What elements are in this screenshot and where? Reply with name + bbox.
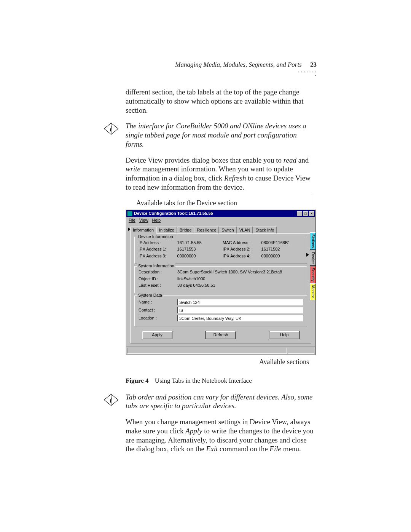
continuation-paragraph: different section, the tab labels at the… — [126, 88, 315, 115]
tab-row: Information Initialize Bridge Resilience… — [130, 226, 311, 233]
titlebar[interactable]: Device Configuration Tool::161.71.55.55 … — [126, 210, 315, 217]
info-icon: i — [103, 393, 119, 406]
tab-vlan[interactable]: VLAN — [237, 227, 253, 234]
reset-value: 38 days 04:56:58.51 — [177, 283, 303, 288]
ipx1-label: IPX Address 1: — [139, 247, 174, 252]
location-input[interactable]: 3Com Center, Boundary Way, UK — [177, 315, 303, 321]
tab-stack-info[interactable]: Stack Info — [253, 227, 277, 234]
desc-value: 3Com SuperStackII Switch 1000, SW Versio… — [177, 270, 303, 275]
desc-label: Description : — [139, 270, 174, 275]
ipx4-value: 00000000 — [261, 254, 303, 259]
system-info-group: System Information Description : 3Com Su… — [134, 266, 307, 293]
callout-leader-sections — [313, 194, 313, 338]
system-data-group: System Data Name : Switch 124 Contact : … — [134, 296, 307, 326]
menubar: File View Help — [126, 217, 315, 224]
location-label: Location : — [139, 316, 174, 321]
contact-label: Contact : — [139, 308, 174, 313]
tab-resilience[interactable]: Resilience — [194, 227, 219, 234]
device-info-legend: Device Information — [137, 234, 174, 240]
tab-switch[interactable]: Switch — [219, 227, 236, 234]
mac-label: MAC Address : — [223, 240, 258, 246]
available-tabs-caption: Available tabs for the Device section — [136, 199, 315, 208]
status-cell — [127, 348, 287, 354]
ipx2-value: 16171502 — [261, 247, 303, 252]
ipx3-label: IPX Address 3: — [139, 254, 174, 259]
info-icon: i — [103, 122, 119, 135]
ipx3-value: 00000000 — [177, 254, 219, 259]
ip-label: IP Address : — [139, 240, 174, 246]
apply-button[interactable]: Apply — [142, 331, 172, 339]
callout-leader-tabs — [148, 173, 148, 189]
status-bar — [126, 347, 315, 355]
menu-help[interactable]: Help — [152, 218, 161, 223]
tab-panel: Device Information IP Address : 161.71.5… — [130, 233, 311, 343]
system-data-legend: System Data — [137, 293, 163, 298]
svg-text:i: i — [110, 396, 112, 404]
app-icon — [127, 211, 132, 216]
status-cell-small — [288, 348, 314, 354]
svg-text:i: i — [110, 125, 112, 133]
dotted-rule: • • • • • • • • — [298, 70, 317, 73]
ipx2-label: IPX Address 2: — [223, 247, 258, 252]
tab-information[interactable]: Information — [130, 227, 156, 234]
reset-label: Last Reset : — [139, 283, 174, 288]
ip-value: 161.71.55.55 — [177, 240, 219, 246]
available-sections-caption: Available sections — [126, 358, 309, 366]
menu-file[interactable]: File — [129, 218, 135, 223]
ipx4-label: IPX Address 4: — [223, 254, 258, 259]
minimize-button[interactable]: _ — [297, 211, 302, 216]
note-corebuilder: i The interface for CoreBuilder 5000 and… — [126, 121, 315, 149]
contact-input[interactable]: IS — [177, 307, 303, 313]
section-pointer-icon — [306, 253, 309, 257]
obj-value: linkSwitch1000 — [177, 276, 303, 282]
device-info-group: Device Information IP Address : 161.71.5… — [134, 237, 307, 264]
running-title: Managing Media, Modules, Segments, and P… — [175, 61, 301, 68]
apply-paragraph: When you change management settings in D… — [126, 417, 315, 454]
mac-value: 08004E1168B1 — [261, 240, 303, 246]
name-label: Name : — [139, 300, 174, 305]
window-title: Device Configuration Tool::161.71.55.55 — [134, 211, 296, 216]
note-taborder: i Tab order and position can vary for di… — [126, 393, 315, 411]
name-input[interactable]: Switch 124 — [177, 299, 303, 305]
running-header: Managing Media, Modules, Segments, and P… — [175, 61, 317, 69]
system-info-legend: System Information — [137, 264, 175, 269]
tab-initialize[interactable]: Initialize — [156, 227, 177, 234]
maximize-button[interactable]: □ — [303, 211, 308, 216]
device-view-paragraph: Device View provides dialog boxes that e… — [126, 156, 315, 192]
help-button[interactable]: Help — [269, 331, 299, 339]
tab-bridge[interactable]: Bridge — [177, 227, 194, 234]
figure-title: Using Tabs in the Notebook Interface — [155, 377, 252, 384]
figure-number: Figure 4 — [126, 377, 149, 384]
refresh-button[interactable]: Refresh — [206, 331, 236, 339]
device-config-dialog: Device Configuration Tool::161.71.55.55 … — [126, 209, 316, 355]
figure-caption: Figure 4 Using Tabs in the Notebook Inte… — [126, 377, 315, 385]
menu-view[interactable]: View — [139, 218, 148, 223]
ipx1-value: 16171553 — [177, 247, 219, 252]
obj-label: Object ID : — [139, 276, 174, 282]
close-button[interactable]: × — [309, 211, 314, 216]
page-number: 23 — [310, 61, 317, 68]
